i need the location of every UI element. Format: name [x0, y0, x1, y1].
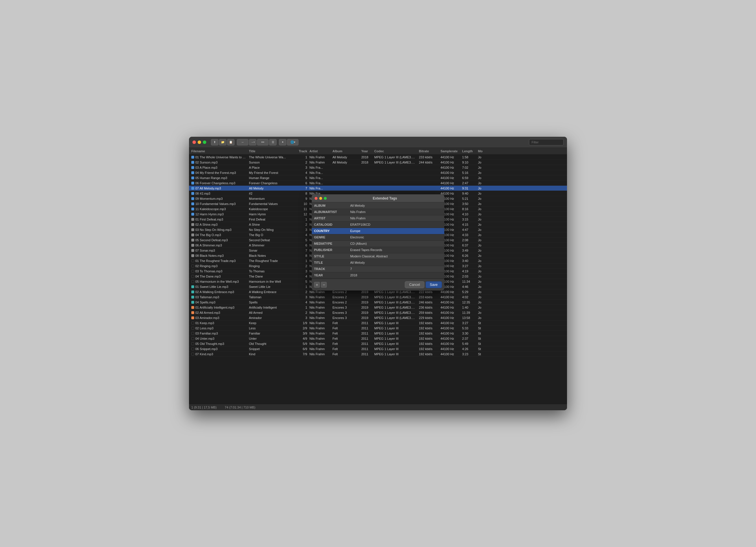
tag-value[interactable]: 7 — [348, 266, 444, 272]
tag-row[interactable]: TRACK 7 — [312, 266, 444, 272]
table-row[interactable]: 07 Kind.mp3 Kind 7/9 Nils Frahm Felt 201… — [189, 351, 567, 357]
tag-value[interactable]: ERATP106CD — [348, 222, 444, 228]
tag-value[interactable]: Modern Classical, Abstract — [348, 253, 444, 260]
table-row[interactable]: 01 Keep.mp3 Keep 1/9 Nils Frahm Felt 201… — [189, 320, 567, 325]
table-row[interactable]: 01 Artificially Intelligent.mp3 Artifici… — [189, 305, 567, 310]
cell-filename: 03 Talisman.mp3 — [190, 295, 248, 299]
table-row[interactable]: 01 The Whole Universe Wants to Be Touche… — [189, 155, 567, 160]
table-row[interactable]: 03 A Place.mp3 A Place 3 Nils Fra... 441… — [189, 165, 567, 170]
tag-row[interactable]: COUNTRY Europe — [312, 228, 444, 234]
cell-track: 2 — [295, 290, 308, 293]
tag-value[interactable]: Europe — [348, 228, 444, 234]
toolbar-btn-3[interactable]: 📋 — [227, 139, 235, 145]
tag-row[interactable]: MEDIATYPE CD (Album) — [312, 241, 444, 247]
cell-year: 2018 — [360, 161, 373, 164]
table-row[interactable]: 03 Amirador.mp3 Amirador 3 Nils Frahm En… — [189, 315, 567, 320]
tag-value[interactable]: Nils Frahm — [348, 215, 444, 222]
tag-row[interactable]: STYLE Modern Classical, Abstract — [312, 253, 444, 260]
table-row[interactable]: 06 Forever Changeless.mp3 Forever Change… — [189, 181, 567, 186]
col-header-samplerate[interactable]: Samplerate — [439, 150, 461, 153]
toolbar-btn-4[interactable]: ↔ — [237, 139, 248, 145]
table-row[interactable]: 03 Talisman.mp3 Talisman 3 Nils Frahm En… — [189, 294, 567, 300]
cell-length: 11:34 — [461, 280, 477, 283]
cell-album: All Melody — [331, 156, 360, 159]
cell-track: 9 — [295, 197, 308, 200]
cell-filename: 01 Keep.mp3 — [190, 321, 248, 325]
tag-value[interactable]: Electronic — [348, 234, 444, 241]
table-row[interactable]: 03 Familiar.mp3 Familiar 3/9 Nils Frahm … — [189, 331, 567, 336]
remove-tag-button[interactable]: − — [321, 282, 327, 287]
toolbar-btn-5[interactable]: →• — [249, 139, 256, 145]
tag-row[interactable]: ALBUM All Melody — [312, 203, 444, 209]
tag-row[interactable]: CATALOGID ERATP106CD — [312, 222, 444, 228]
table-row[interactable]: 04 Unter.mp3 Unter 4/9 Nils Frahm Felt 2… — [189, 336, 567, 341]
col-header-codec[interactable]: Codec — [373, 150, 418, 153]
minimize-button[interactable] — [198, 141, 201, 144]
table-row[interactable]: 04 Spells.mp3 Spells 4 Nils Frahm Encore… — [189, 300, 567, 305]
table-row[interactable]: 06 Snippet.mp3 Snippet 6/9 Nils Frahm Fe… — [189, 346, 567, 351]
tag-value[interactable]: CD (Album) — [348, 241, 444, 247]
modal-close-button[interactable] — [315, 197, 317, 200]
toolbar-btn-2[interactable]: 📁 — [219, 139, 226, 145]
table-row[interactable]: 07 All Melody.mp3 All Melody 7 Nils Fra.… — [189, 186, 567, 191]
cell-artist: Nils Frahm — [308, 306, 331, 309]
table-row[interactable]: 05 Old Thought.mp3 Old Thought 5/9 Nils … — [189, 341, 567, 346]
tag-value[interactable]: All Melody — [348, 203, 444, 209]
col-header-mo[interactable]: Mo — [477, 150, 485, 153]
toolbar-btn-1[interactable]: ⬆ — [211, 139, 218, 145]
cell-mo: St — [477, 321, 485, 325]
table-row[interactable]: 04 My Friend the Forest.mp3 My Friend th… — [189, 170, 567, 175]
col-header-year[interactable]: Year — [360, 150, 373, 153]
close-button[interactable] — [192, 141, 196, 144]
cell-length: 3:50 — [461, 202, 477, 206]
cell-filename: 04 Spells.mp3 — [190, 300, 248, 304]
cell-year: 2018 — [360, 156, 373, 159]
tag-row[interactable]: GENRE Electronic — [312, 234, 444, 241]
search-input[interactable] — [529, 139, 564, 145]
cell-length: 7:02 — [461, 166, 477, 169]
toolbar-btn-6[interactable]: ••• — [257, 139, 269, 145]
cell-track: 2/9 — [295, 326, 308, 330]
tag-value[interactable]: Nils Frahm — [348, 209, 444, 215]
cell-length: 6:59 — [461, 176, 477, 180]
cell-samplerate: 44100 Hz — [439, 316, 461, 319]
toolbar-btn-7[interactable]: ☰ — [269, 139, 277, 145]
table-row[interactable]: 02 All Armed.mp3 All Armed 2 Nils Frahm … — [189, 310, 567, 315]
cell-mo: St — [477, 332, 485, 335]
cell-length: 4:46 — [461, 285, 477, 288]
tag-row[interactable]: TITLE All Melody — [312, 260, 444, 266]
cell-mo: Jo — [477, 181, 485, 185]
cell-track: 2 — [295, 264, 308, 268]
col-header-filename[interactable]: Filename — [190, 150, 248, 153]
table-row[interactable]: 02 Sunson.mp3 Sunson 2 Nils Frahm All Me… — [189, 160, 567, 165]
tag-value[interactable]: All Melody — [348, 260, 444, 266]
toolbar-btn-8[interactable]: ✦ — [279, 139, 286, 145]
tag-value[interactable]: Erased Tapes Records — [348, 247, 444, 253]
selection-info: 1 (9:31 | 17,5 MB) — [191, 406, 217, 409]
col-header-track[interactable]: Track — [295, 150, 308, 153]
cell-title: Spells — [248, 300, 295, 304]
tag-row[interactable]: ALBUMARTIST Nils Frahm — [312, 209, 444, 215]
cell-length: 5:33 — [461, 326, 477, 330]
table-row[interactable]: 02 Less.mp3 Less 2/9 Nils Frahm Felt 201… — [189, 325, 567, 331]
toolbar-btn-globe[interactable]: 🌐▾ — [287, 139, 298, 145]
col-header-artist[interactable]: Artist — [308, 150, 331, 153]
cell-length: 4:10 — [461, 213, 477, 216]
tag-row[interactable]: PUBLISHER Erased Tapes Records — [312, 247, 444, 253]
tag-value[interactable]: 2018 — [348, 272, 444, 278]
table-row[interactable]: 05 Human Range.mp3 Human Range 5 Nils Fr… — [189, 175, 567, 181]
cancel-button[interactable]: Cancel — [405, 281, 424, 288]
add-tag-button[interactable]: + — [314, 282, 320, 287]
cell-length: 4:47 — [461, 228, 477, 232]
modal-maximize-button[interactable] — [324, 197, 327, 200]
tag-row[interactable]: ARTIST Nils Frahm — [312, 215, 444, 222]
col-header-bitrate[interactable]: Bitrate — [418, 150, 439, 153]
cell-filename: 07 All Melody.mp3 — [190, 187, 248, 190]
modal-minimize-button[interactable] — [319, 197, 322, 200]
save-button[interactable]: Save — [426, 281, 442, 288]
maximize-button[interactable] — [203, 141, 206, 144]
tag-row[interactable]: YEAR 2018 — [312, 272, 444, 278]
col-header-album[interactable]: Album — [331, 150, 360, 153]
col-header-title[interactable]: Title — [248, 150, 295, 153]
col-header-length[interactable]: Length — [461, 150, 477, 153]
